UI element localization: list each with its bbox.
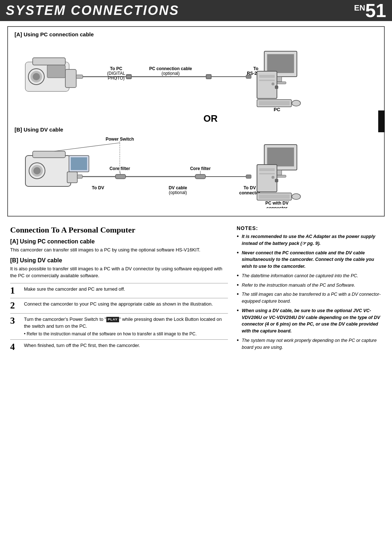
svg-text:(optional): (optional) [169,190,187,195]
svg-text:Power Switch: Power Switch [106,137,134,142]
notes-list: It is recommended to use the AC Adapter … [237,233,382,351]
svg-point-35 [292,100,301,106]
svg-rect-74 [259,194,290,199]
svg-rect-29 [259,75,275,78]
note-3: The date/time information cannot be capt… [237,273,382,279]
svg-point-4 [33,73,40,80]
diagram-a-svg: To PC (DIGITAL PHOTO) PC connection cabl… [15,40,370,111]
svg-text:To DV: To DV [92,185,104,190]
step-1-content: Make sure the camcorder and PC are turne… [24,286,228,293]
step-3: 3 Turn the camcorder's Power Switch to "… [10,313,228,339]
svg-text:Core filter: Core filter [190,166,211,171]
svg-text:To PC: To PC [110,66,122,71]
svg-rect-50 [195,174,205,179]
diagram-b-title: [B] Using DV cable [15,126,377,133]
svg-rect-72 [275,179,278,182]
play-badge: PLAY [106,317,119,323]
pc-unit-b: PC with DV connector [257,145,301,208]
notes-heading: NOTES: [237,225,382,231]
svg-rect-25 [267,54,294,73]
section-heading: Connection To A Personal Computer [10,225,228,235]
sub-a-text: This camcorder can transfer still images… [10,246,228,254]
svg-point-71 [271,176,274,179]
svg-rect-8 [76,75,83,78]
page-number: EN51 [354,1,386,20]
svg-text:To DV: To DV [244,185,256,190]
svg-rect-48 [115,174,126,179]
diagram-b-svg: Power Switch Core filter Core filter To … [15,136,370,208]
diagram-a-title: [A] Using PC connection cable [15,31,377,37]
or-divider: OR [15,113,377,124]
sub-b-heading: [B] Using DV cable [10,257,228,264]
note-5: The still images can also be transferred… [237,291,382,305]
svg-rect-34 [259,101,290,105]
svg-rect-69 [259,168,275,171]
svg-text:Core filter: Core filter [110,166,130,171]
step-4-number: 4 [10,342,20,352]
step-4: 4 When finished, turn off the PC first, … [10,339,228,355]
step-2-number: 2 [10,300,20,311]
svg-text:(optional): (optional) [162,71,180,76]
right-column: NOTES: It is recommended to use the AC A… [237,225,382,354]
step-4-content: When finished, turn off the PC first, th… [24,342,228,349]
camcorder-a: To PC (DIGITAL PHOTO) PC connection cabl… [25,58,265,91]
note-2: Never connect the PC connection cable an… [237,250,382,270]
svg-rect-45 [67,172,77,183]
svg-rect-43 [33,151,65,158]
svg-rect-32 [275,86,278,89]
svg-text:PC: PC [274,107,281,111]
diagram-box: [A] Using PC connection cable [7,26,385,217]
left-column: Connection To A Personal Computer [A] Us… [10,225,228,354]
svg-point-75 [292,194,301,199]
svg-rect-30 [259,80,275,81]
note-6: When using a DV cable, be sure to use th… [237,307,382,335]
svg-text:PC connection cable: PC connection cable [149,66,192,71]
svg-text:DV cable: DV cable [169,185,187,190]
sub-a-heading: [A] Using PC connection cable [10,238,228,245]
black-tab [378,110,385,132]
page-title: SYSTEM CONNECTIONS [6,3,179,18]
svg-point-40 [33,167,41,174]
note-4: Refer to the instruction manuals of the … [237,282,382,289]
svg-rect-6 [33,58,65,65]
svg-rect-65 [267,148,294,166]
main-content: Connection To A Personal Computer [A] Us… [0,222,392,358]
svg-text:PC with DV: PC with DV [265,201,289,206]
svg-rect-7 [47,65,65,78]
step-2-content: Connect the camcorder to your PC using t… [24,300,228,308]
step-3-sub: • Refer to the instruction manual of the… [24,331,228,337]
pc-unit-a: PC [257,51,301,111]
step-1-number: 1 [10,286,20,296]
step-3-content: Turn the camcorder's Power Switch to "PL… [24,316,228,337]
svg-rect-46 [77,175,82,178]
svg-text:To: To [253,66,258,71]
svg-rect-42 [71,157,87,170]
svg-point-31 [271,82,274,85]
steps-list: 1 Make sure the camcorder and PC are tur… [10,283,228,355]
step-1: 1 Make sure the camcorder and PC are tur… [10,283,228,298]
svg-line-44 [54,143,120,151]
camcorder-b: Power Switch Core filter Core filter To … [25,137,260,195]
svg-rect-12 [206,74,211,79]
note-1: It is recommended to use the AC Adapter … [237,233,382,247]
svg-text:(DIGITAL: (DIGITAL [107,71,125,76]
step-2: 2 Connect the camcorder to your PC using… [10,298,228,313]
svg-rect-70 [259,173,275,174]
svg-rect-10 [126,74,131,79]
sub-b-text: It is also possible to transfer still im… [10,265,228,279]
svg-text:connector: connector [266,206,287,208]
page-header: SYSTEM CONNECTIONS EN51 [0,0,392,21]
step-3-number: 3 [10,316,20,326]
svg-rect-52 [246,175,251,178]
svg-rect-5 [65,69,76,88]
note-7: The system may not work properly dependi… [237,337,382,351]
en-label: EN [354,3,366,12]
